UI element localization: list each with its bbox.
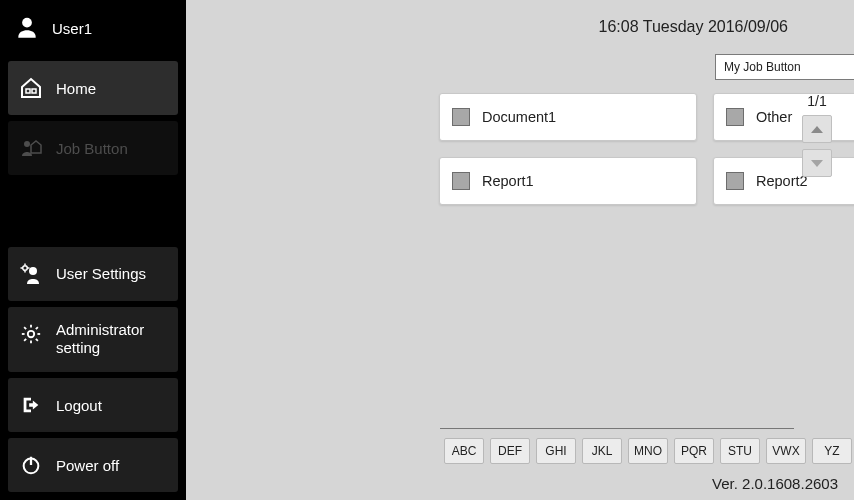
alpha-key-label: MNO bbox=[634, 444, 662, 458]
triangle-down-icon bbox=[811, 160, 823, 167]
sidebar-item-user-settings[interactable]: User Settings bbox=[8, 247, 178, 301]
pager: 1/1 bbox=[802, 93, 832, 177]
job-button-label: Document1 bbox=[482, 109, 556, 125]
svg-point-4 bbox=[29, 267, 37, 275]
job-button-other[interactable]: Other bbox=[713, 93, 854, 141]
job-button-grid: Document1 Other Report1 Report2 bbox=[439, 93, 854, 205]
svg-point-10 bbox=[28, 330, 34, 336]
home-icon bbox=[18, 75, 44, 101]
job-thumbnail-icon bbox=[726, 172, 744, 190]
user-block: User1 bbox=[8, 8, 178, 55]
datetime-label: 16:08 Tuesday 2016/09/06 bbox=[186, 18, 788, 36]
dropdown-selected-label: My Job Button bbox=[724, 60, 801, 74]
alpha-key-stu[interactable]: STU bbox=[720, 438, 760, 464]
job-thumbnail-icon bbox=[726, 108, 744, 126]
sidebar-item-label: User Settings bbox=[56, 265, 146, 282]
alpha-key-yz[interactable]: YZ bbox=[812, 438, 852, 464]
alpha-key-label: DEF bbox=[498, 444, 522, 458]
svg-point-0 bbox=[22, 18, 32, 28]
sidebar-item-job-button: Job Button bbox=[8, 121, 178, 175]
svg-point-3 bbox=[24, 141, 30, 147]
divider bbox=[440, 428, 794, 429]
alpha-key-pqr[interactable]: PQR bbox=[674, 438, 714, 464]
sidebar: User1 Home Job Button User Settings bbox=[0, 0, 186, 500]
page-indicator: 1/1 bbox=[807, 93, 826, 109]
sidebar-item-logout[interactable]: Logout bbox=[8, 378, 178, 432]
job-button-dropdown[interactable]: My Job Button bbox=[715, 54, 854, 80]
alpha-filter-row: ABC DEF GHI JKL MNO PQR STU VWX YZ 0-9 bbox=[444, 438, 854, 464]
alpha-key-jkl[interactable]: JKL bbox=[582, 438, 622, 464]
power-icon bbox=[18, 452, 44, 478]
job-button-label: Other bbox=[756, 109, 792, 125]
sidebar-top: User1 Home Job Button bbox=[8, 8, 178, 175]
job-button-label: Report1 bbox=[482, 173, 534, 189]
svg-line-15 bbox=[24, 327, 26, 329]
alpha-key-label: GHI bbox=[545, 444, 566, 458]
job-thumbnail-icon bbox=[452, 172, 470, 190]
triangle-up-icon bbox=[811, 126, 823, 133]
sidebar-item-label: Home bbox=[56, 80, 96, 97]
page-up-button[interactable] bbox=[802, 115, 832, 143]
sidebar-item-label: Logout bbox=[56, 397, 102, 414]
svg-rect-2 bbox=[32, 89, 36, 93]
sidebar-bottom: User Settings Administrator setting Logo… bbox=[8, 247, 178, 493]
sidebar-item-label-stack: Administrator setting bbox=[56, 321, 144, 359]
alpha-key-label: VWX bbox=[772, 444, 799, 458]
alpha-key-label: ABC bbox=[452, 444, 477, 458]
svg-line-16 bbox=[36, 338, 38, 340]
alpha-key-label: STU bbox=[728, 444, 752, 458]
job-button-report1[interactable]: Report1 bbox=[439, 157, 697, 205]
svg-line-18 bbox=[36, 327, 38, 329]
sidebar-item-label-line2: setting bbox=[56, 339, 144, 358]
alpha-key-label: PQR bbox=[681, 444, 707, 458]
main-area: 16:08 Tuesday 2016/09/06 My Job Button D… bbox=[186, 0, 854, 500]
job-thumbnail-icon bbox=[452, 108, 470, 126]
job-button-report2[interactable]: Report2 bbox=[713, 157, 854, 205]
alpha-key-def[interactable]: DEF bbox=[490, 438, 530, 464]
gear-icon bbox=[18, 321, 44, 347]
version-label: Ver. 2.0.1608.2603 bbox=[712, 475, 838, 492]
alpha-key-label: JKL bbox=[592, 444, 613, 458]
sidebar-item-home[interactable]: Home bbox=[8, 61, 178, 115]
alpha-key-label: YZ bbox=[824, 444, 839, 458]
user-icon bbox=[14, 14, 40, 43]
alpha-key-vwx[interactable]: VWX bbox=[766, 438, 806, 464]
svg-point-5 bbox=[23, 265, 28, 270]
svg-rect-1 bbox=[26, 89, 30, 93]
alpha-key-abc[interactable]: ABC bbox=[444, 438, 484, 464]
user-home-icon bbox=[18, 135, 44, 161]
page-down-button[interactable] bbox=[802, 149, 832, 177]
sidebar-item-label: Power off bbox=[56, 457, 119, 474]
job-button-label: Report2 bbox=[756, 173, 808, 189]
user-settings-icon bbox=[18, 261, 44, 287]
user-label: User1 bbox=[52, 20, 92, 37]
alpha-key-mno[interactable]: MNO bbox=[628, 438, 668, 464]
sidebar-item-label: Job Button bbox=[56, 140, 128, 157]
logout-icon bbox=[18, 392, 44, 418]
svg-line-17 bbox=[24, 338, 26, 340]
alpha-key-ghi[interactable]: GHI bbox=[536, 438, 576, 464]
sidebar-item-label-line1: Administrator bbox=[56, 321, 144, 340]
sidebar-item-power-off[interactable]: Power off bbox=[8, 438, 178, 492]
job-button-document1[interactable]: Document1 bbox=[439, 93, 697, 141]
sidebar-item-administrator-setting[interactable]: Administrator setting bbox=[8, 307, 178, 373]
